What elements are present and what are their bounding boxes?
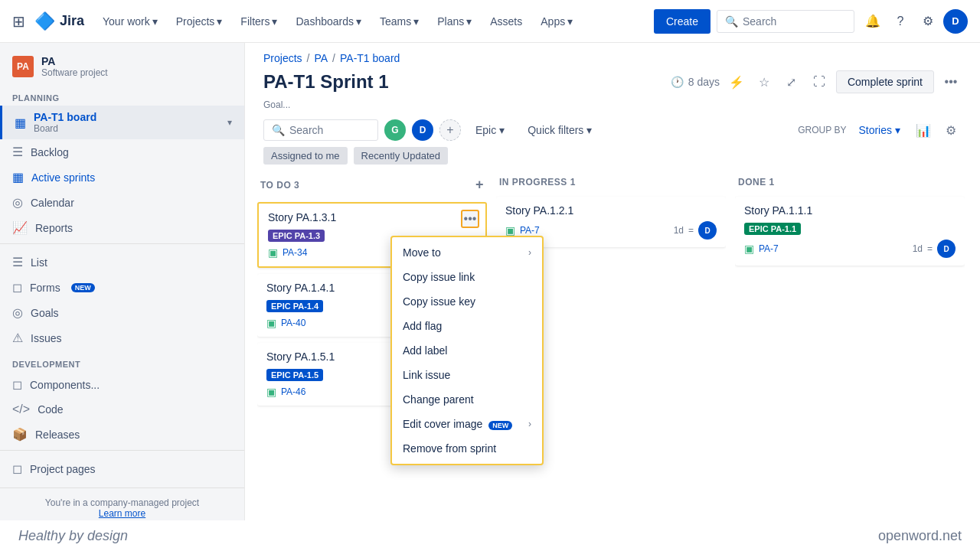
- project-info: PA Software project: [41, 55, 108, 78]
- stories-select[interactable]: Stories ▾: [852, 121, 906, 139]
- context-menu-copy-key[interactable]: Copy issue key: [392, 289, 542, 314]
- sidebar-item-project-pages[interactable]: ◻ Project pages: [0, 456, 244, 481]
- search-icon: 🔍: [272, 124, 285, 136]
- nav-your-work[interactable]: Your work ▾: [96, 12, 164, 31]
- chevron-right-icon: ›: [528, 419, 531, 429]
- fullscreen-icon[interactable]: ⛶: [808, 71, 830, 93]
- nav-dashboards[interactable]: Dashboards ▾: [289, 12, 368, 31]
- issue-link[interactable]: PA-34: [283, 247, 307, 258]
- sidebar-item-board[interactable]: ▦ PA-T1 board Board ▾: [0, 106, 244, 139]
- project-name: PA: [41, 55, 108, 67]
- sidebar-item-list[interactable]: ☰ List: [0, 249, 244, 275]
- main-layout: PA PA Software project PLANNING ▦ PA-T1 …: [0, 43, 980, 551]
- recently-updated-chip[interactable]: Recently Updated: [354, 147, 448, 165]
- done-header: DONE 1: [735, 171, 965, 194]
- complete-sprint-button[interactable]: Complete sprint: [836, 70, 934, 93]
- breadcrumb-pa[interactable]: PA: [314, 52, 328, 64]
- components-icon: ◻: [12, 377, 22, 392]
- epic-filter[interactable]: Epic ▾: [467, 119, 513, 141]
- jira-logo-icon: 🔷: [34, 11, 55, 31]
- chevron-down-icon: ▾: [227, 117, 232, 128]
- context-menu-link-issue[interactable]: Link issue: [392, 363, 542, 387]
- card-menu-button[interactable]: •••: [461, 210, 479, 228]
- filter-settings-icon[interactable]: ⚙: [940, 119, 962, 141]
- forms-icon: ◻: [12, 280, 22, 295]
- page-footer: Healthy by design openword.net: [0, 520, 980, 551]
- nav-assets[interactable]: Assets: [484, 12, 528, 31]
- lightning-icon[interactable]: ⚡: [726, 71, 747, 93]
- card-epic: EPIC PA-1.3: [268, 230, 325, 242]
- context-menu: Move to › Copy issue link Copy issue key…: [390, 236, 544, 465]
- done-card-1[interactable]: Story PA.1.1.1 EPIC PA-1.1 ▣ PA-7 1d = D: [735, 197, 965, 266]
- issues-icon: ⚠: [12, 331, 23, 345]
- star-icon[interactable]: ☆: [753, 71, 775, 93]
- jira-logo[interactable]: 🔷 Jira: [34, 11, 84, 31]
- issue-link[interactable]: PA-7: [520, 225, 540, 236]
- calendar-icon: ◎: [12, 195, 23, 210]
- breadcrumb-board[interactable]: PA-T1 board: [340, 52, 400, 64]
- context-menu-remove-sprint[interactable]: Remove from sprint: [392, 436, 542, 461]
- equals-icon: =: [927, 243, 933, 254]
- context-menu-add-label[interactable]: Add label: [392, 338, 542, 363]
- inprogress-header: IN PROGRESS 1: [496, 171, 726, 194]
- footer-brand: openword.net: [878, 528, 962, 544]
- user-avatar[interactable]: D: [943, 9, 968, 34]
- avatar-filter-green[interactable]: G: [384, 119, 406, 141]
- assigned-to-me-chip[interactable]: Assigned to me: [263, 147, 348, 165]
- settings-icon[interactable]: ⚙: [916, 9, 940, 34]
- story-icon: ▣: [266, 386, 276, 398]
- sidebar-item-calendar[interactable]: ◎ Calendar: [0, 190, 244, 215]
- todo-add-button[interactable]: +: [475, 177, 484, 193]
- sidebar-item-components[interactable]: ◻ Components...: [0, 372, 244, 397]
- add-avatar-filter[interactable]: +: [439, 119, 461, 141]
- sidebar-item-forms[interactable]: ◻ Forms NEW: [0, 275, 244, 300]
- context-menu-copy-link[interactable]: Copy issue link: [392, 265, 542, 289]
- nav-teams[interactable]: Teams ▾: [374, 12, 425, 31]
- context-menu-edit-cover[interactable]: Edit cover image NEW ›: [392, 412, 542, 436]
- help-icon[interactable]: ?: [888, 9, 913, 34]
- sidebar-item-reports[interactable]: 📈 Reports: [0, 215, 244, 240]
- sidebar-item-issues[interactable]: ⚠ Issues: [0, 325, 244, 350]
- issue-link[interactable]: PA-46: [281, 386, 305, 397]
- quick-filters[interactable]: Quick filters ▾: [519, 119, 600, 141]
- share-icon[interactable]: ⤢: [781, 71, 802, 93]
- sidebar-item-goals[interactable]: ◎ Goals: [0, 300, 244, 325]
- nav-apps[interactable]: Apps ▾: [534, 12, 579, 31]
- reports-icon: 📈: [12, 220, 28, 235]
- nav-plans[interactable]: Plans ▾: [431, 12, 478, 31]
- assignee-avatar: D: [698, 221, 717, 240]
- sidebar-item-active-sprints[interactable]: ▦ Active sprints: [0, 165, 244, 190]
- nav-filters[interactable]: Filters ▾: [234, 12, 283, 31]
- issue-link[interactable]: PA-7: [759, 243, 779, 254]
- done-column: DONE 1 Story PA.1.1.1 EPIC PA-1.1 ▣ PA-7…: [735, 171, 965, 551]
- more-options-button[interactable]: •••: [940, 71, 962, 93]
- code-icon: </>: [12, 403, 30, 416]
- chart-icon[interactable]: 📊: [913, 119, 934, 141]
- development-label: DEVELOPMENT: [0, 350, 244, 372]
- breadcrumb-projects[interactable]: Projects: [263, 52, 302, 64]
- notifications-icon[interactable]: 🔔: [861, 9, 885, 34]
- context-menu-add-flag[interactable]: Add flag: [392, 314, 542, 338]
- filter-search-input[interactable]: 🔍 Search: [263, 119, 378, 141]
- global-search[interactable]: 🔍 Search: [717, 10, 854, 33]
- context-menu-change-parent[interactable]: Change parent: [392, 387, 542, 412]
- grid-icon[interactable]: ⊞: [12, 12, 25, 31]
- story-icon: ▣: [505, 224, 515, 236]
- sidebar-item-releases[interactable]: 📦 Releases: [0, 422, 244, 447]
- todo-header: TO DO 3 +: [257, 171, 487, 199]
- create-button[interactable]: Create: [654, 9, 710, 34]
- card-meta: ▣ PA-7 1d = D: [744, 240, 956, 258]
- search-icon: 🔍: [725, 15, 738, 28]
- avatar-filter-d[interactable]: D: [412, 119, 433, 141]
- jira-logo-text: Jira: [60, 13, 84, 29]
- equals-icon: =: [688, 225, 694, 236]
- issue-link[interactable]: PA-40: [281, 318, 305, 328]
- board: TO DO 3 + Story PA.1.3.1 EPIC PA-1.3 ▣ P…: [245, 171, 980, 551]
- sidebar-item-code[interactable]: </> Code: [0, 397, 244, 422]
- sidebar-header: PA PA Software project: [0, 43, 244, 84]
- nav-projects[interactable]: Projects ▾: [170, 12, 229, 31]
- sidebar-item-backlog[interactable]: ☰ Backlog: [0, 139, 244, 165]
- context-menu-move-to[interactable]: Move to ›: [392, 240, 542, 265]
- story-icon: ▣: [268, 246, 278, 259]
- story-icon: ▣: [744, 243, 754, 255]
